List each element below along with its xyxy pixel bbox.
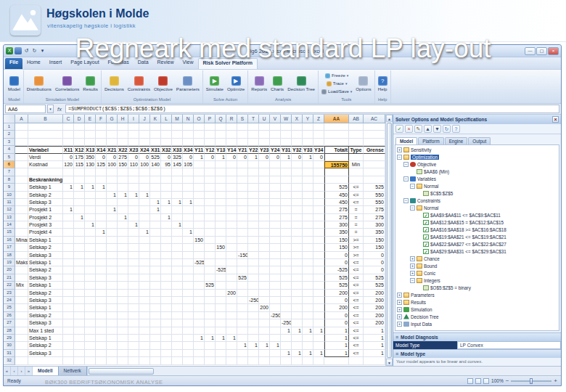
cell-M13[interactable] xyxy=(172,214,183,221)
cell-S19[interactable] xyxy=(237,259,248,266)
cell-A17[interactable] xyxy=(15,244,28,251)
tree-item-bound[interactable]: +Bound xyxy=(395,262,559,269)
cell-O6[interactable] xyxy=(194,161,205,168)
cell-A15[interactable] xyxy=(15,229,28,236)
cell-G14[interactable] xyxy=(107,221,118,229)
row-header-7[interactable]: 7 xyxy=(4,168,15,176)
column-header-X[interactable]: X xyxy=(292,115,303,123)
cell-H11[interactable] xyxy=(118,199,128,206)
cell-X7[interactable] xyxy=(292,168,303,176)
cell-H32[interactable] xyxy=(118,357,128,364)
cell-T7[interactable] xyxy=(248,168,259,176)
cell-O24[interactable] xyxy=(194,297,205,304)
tree-item-normal[interactable]: −Normal xyxy=(395,204,559,211)
cell-X28[interactable]: 1 xyxy=(292,327,303,335)
cell-D6[interactable]: 115 xyxy=(74,161,85,168)
cell-AB1[interactable] xyxy=(349,123,364,131)
pane-tool-edit-icon[interactable]: ✎ xyxy=(414,125,422,133)
cell-K6[interactable]: 140 xyxy=(150,161,161,168)
cell-W1[interactable] xyxy=(281,123,292,131)
cell-R15[interactable] xyxy=(226,229,237,236)
cell-Z31[interactable]: 1 xyxy=(313,350,324,357)
cell-T21[interactable] xyxy=(248,274,259,282)
cell-D1[interactable] xyxy=(74,123,85,131)
cell-B11[interactable]: Selskap 3 xyxy=(28,199,63,206)
cell-F28[interactable] xyxy=(96,327,107,335)
cell-A19[interactable]: Maks xyxy=(15,259,28,266)
row-header-25[interactable]: 25 xyxy=(4,304,15,311)
cell-R16[interactable] xyxy=(226,237,237,244)
expand-icon[interactable]: + xyxy=(397,322,402,327)
name-box[interactable]: AA6 xyxy=(5,105,46,113)
cell-B24[interactable]: Selskap 3 xyxy=(28,297,63,304)
sheet-tab-nettverk[interactable]: Nettverk xyxy=(59,367,87,375)
button-model[interactable]: Model xyxy=(7,76,22,91)
cell-F6[interactable]: 125 xyxy=(96,161,107,168)
cell-P12[interactable] xyxy=(205,206,216,213)
cell-N18[interactable] xyxy=(183,252,194,259)
cell-O13[interactable] xyxy=(194,214,205,221)
cell-D9[interactable]: 1 xyxy=(74,184,85,191)
expand-icon[interactable]: + xyxy=(397,293,402,298)
cell-A1[interactable] xyxy=(15,123,28,131)
cell-P5[interactable]: 0 xyxy=(205,154,216,161)
cell-A24[interactable] xyxy=(15,297,28,304)
cell-R4[interactable]: Y14 xyxy=(226,146,237,153)
cell-P27[interactable] xyxy=(205,319,216,327)
cell-V3[interactable] xyxy=(270,139,281,146)
cell-K16[interactable] xyxy=(150,237,161,244)
cell-V19[interactable] xyxy=(270,259,281,266)
cell-L18[interactable] xyxy=(161,252,172,259)
ribbon-tab-insert[interactable]: Insert xyxy=(45,58,67,69)
zoom-level[interactable]: 100% xyxy=(491,378,504,383)
cell-AA20[interactable]: -525 xyxy=(324,266,349,274)
cell-P7[interactable] xyxy=(205,168,216,176)
cell-U30[interactable]: 1 xyxy=(259,342,270,349)
cell-A30[interactable] xyxy=(15,342,28,349)
cell-E24[interactable] xyxy=(85,297,96,304)
cell-Z32[interactable] xyxy=(313,357,324,364)
cell-K1[interactable] xyxy=(150,123,161,131)
cell-Y3[interactable] xyxy=(303,139,313,146)
cell-AA15[interactable]: 350 xyxy=(324,229,349,236)
cell-B28[interactable]: Max 1 sted xyxy=(28,327,63,335)
cell-S8[interactable] xyxy=(237,176,248,184)
cell-R19[interactable] xyxy=(226,259,237,266)
tree-item-variables[interactable]: −Variables xyxy=(395,175,559,182)
row-header-14[interactable]: 14 xyxy=(4,221,15,229)
collapse-icon[interactable]: − xyxy=(403,162,409,167)
cell-G20[interactable] xyxy=(107,266,118,274)
cell-Q6[interactable] xyxy=(216,161,226,168)
cell-X16[interactable] xyxy=(292,237,303,244)
cell-P13[interactable] xyxy=(205,214,216,221)
cell-G28[interactable] xyxy=(107,327,118,335)
row-header-10[interactable]: 10 xyxy=(4,192,15,199)
cell-U22[interactable] xyxy=(259,282,270,289)
column-header-F[interactable]: F xyxy=(96,115,107,123)
cell-P24[interactable] xyxy=(205,297,216,304)
cell-Y11[interactable] xyxy=(303,199,313,206)
cell-W23[interactable] xyxy=(281,290,292,297)
column-header-I[interactable]: I xyxy=(128,115,139,123)
tree-item-constraints[interactable]: −Constraints xyxy=(395,197,559,204)
cell-U15[interactable] xyxy=(259,229,270,236)
cell-A7[interactable] xyxy=(15,168,28,176)
column-header-G[interactable]: G xyxy=(107,115,118,123)
tree-item-aa-16-aa-18-ac-16-ac-18[interactable]: ✓$AA$16:$AA$18 >= $AC$16:$AC$18 xyxy=(395,226,559,233)
cell-N2[interactable] xyxy=(183,131,194,138)
cell-L21[interactable] xyxy=(161,274,172,282)
cell-M18[interactable] xyxy=(172,252,183,259)
cell-C2[interactable] xyxy=(63,131,74,138)
cell-A32[interactable] xyxy=(15,357,28,364)
cell-U6[interactable] xyxy=(259,161,270,168)
column-header-O[interactable]: O xyxy=(194,115,205,123)
cell-D11[interactable] xyxy=(74,199,85,206)
cell-O15[interactable] xyxy=(194,229,205,236)
cell-V2[interactable] xyxy=(270,131,281,138)
cell-U2[interactable] xyxy=(259,131,270,138)
cell-Q2[interactable] xyxy=(216,131,226,138)
cell-C4[interactable]: X11 xyxy=(63,146,74,153)
cell-E30[interactable] xyxy=(85,342,96,349)
cell-L4[interactable]: X32 xyxy=(161,146,172,153)
cell-U17[interactable] xyxy=(259,244,270,251)
